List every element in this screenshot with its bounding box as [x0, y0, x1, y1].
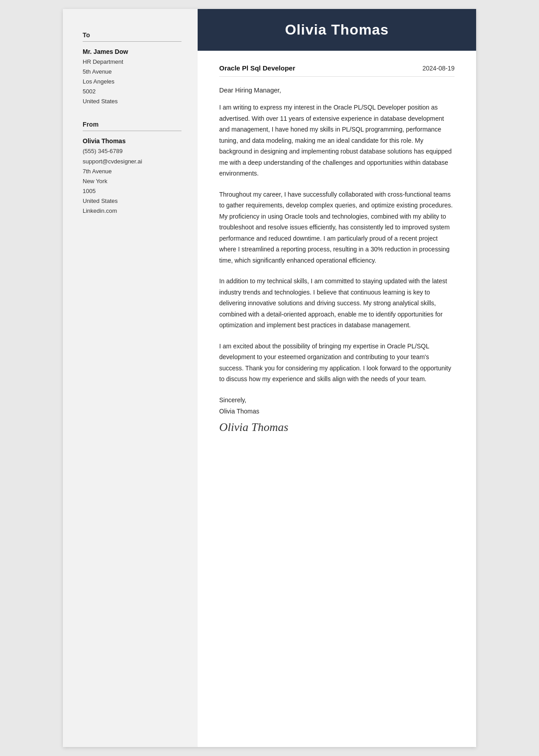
sidebar: To Mr. James Dow HR Department 5th Avenu…: [63, 9, 198, 747]
paragraph-2: Throughout my career, I have successfull…: [219, 189, 455, 266]
sender-sign-name: Olivia Thomas: [219, 406, 455, 417]
recipient-department: HR Department: [83, 57, 181, 67]
from-block: From Olivia Thomas (555) 345-6789 suppor…: [83, 121, 181, 216]
recipient-city: Los Angeles: [83, 77, 181, 87]
recipient-street: 5th Avenue: [83, 67, 181, 77]
sender-street: 7th Avenue: [83, 167, 181, 176]
letter-date: 2024-08-19: [422, 65, 455, 72]
header-banner: Olivia Thomas: [198, 9, 476, 51]
letter-content: Oracle Pl Sql Developer 2024-08-19 Dear …: [198, 51, 476, 747]
sender-city: New York: [83, 176, 181, 186]
to-divider: [83, 41, 181, 42]
header-name: Olivia Thomas: [285, 22, 389, 38]
sender-zip: 1005: [83, 186, 181, 196]
sender-phone: (555) 345-6789: [83, 146, 181, 156]
cursive-signature: Olivia Thomas: [219, 421, 455, 434]
sender-website: Linkedin.com: [83, 206, 181, 216]
job-date-row: Oracle Pl Sql Developer 2024-08-19: [219, 64, 455, 77]
paragraph-1: I am writing to express my interest in t…: [219, 102, 455, 179]
sender-country: United States: [83, 196, 181, 206]
sender-name: Olivia Thomas: [83, 137, 181, 145]
recipient-name: Mr. James Dow: [83, 48, 181, 55]
to-label: To: [83, 31, 181, 39]
page: To Mr. James Dow HR Department 5th Avenu…: [63, 9, 476, 747]
recipient-zip: 5002: [83, 87, 181, 97]
recipient-country: United States: [83, 97, 181, 106]
job-title: Oracle Pl Sql Developer: [219, 64, 295, 72]
signature-block: Sincerely, Olivia Thomas Olivia Thomas: [219, 395, 455, 434]
paragraph-3: In addition to my technical skills, I am…: [219, 276, 455, 331]
greeting: Dear Hiring Manager,: [219, 87, 455, 94]
paragraph-4: I am excited about the possibility of br…: [219, 341, 455, 385]
sincerely: Sincerely,: [219, 395, 455, 406]
sender-email: support@cvdesigner.ai: [83, 157, 181, 167]
from-divider: [83, 131, 181, 131]
main-content-area: Olivia Thomas Oracle Pl Sql Developer 20…: [198, 9, 476, 747]
to-block: To Mr. James Dow HR Department 5th Avenu…: [83, 31, 181, 106]
from-label: From: [83, 121, 181, 128]
